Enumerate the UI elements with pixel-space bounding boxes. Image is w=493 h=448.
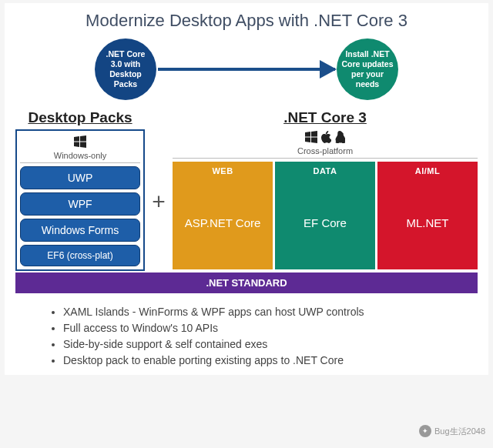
bullet-item: Desktop pack to enable porting existing … (63, 353, 478, 369)
netcore3-panel: Cross-platform WEB ASP.NET Core DATA EF … (173, 129, 478, 269)
card-ai-label: ML.NET (406, 176, 448, 269)
page-title: Modernize Desktop Apps with .NET Core 3 (15, 11, 478, 31)
flow-circle-left: .NET Core 3.0 with Desktop Packs (95, 38, 156, 100)
platform-label-right: Cross-platform (173, 129, 478, 159)
card-web: WEB ASP.NET Core (173, 162, 273, 269)
netcore3-column: .NET Core 3 Cross-platform WEB ASP.NET C… (173, 109, 478, 271)
card-web-header: WEB (212, 166, 233, 176)
workload-grid: WEB ASP.NET Core DATA EF Core AI/ML ML.N… (173, 162, 478, 269)
stack-item-ef6: EF6 (cross-plat) (20, 245, 140, 266)
flow-row: .NET Core 3.0 with Desktop Packs Install… (15, 38, 478, 100)
wechat-icon: ✦ (419, 425, 431, 437)
apple-icon (320, 131, 331, 143)
bullet-item: Full access to Window's 10 APIs (63, 320, 478, 336)
desktop-packs-heading: Desktop Packs (15, 109, 145, 126)
stack-item-wpf: WPF (20, 192, 140, 216)
bullet-item: XAML Islands - WinForms & WPF apps can h… (63, 304, 478, 320)
windows-icon (20, 135, 140, 149)
card-data: DATA EF Core (275, 162, 375, 269)
flow-circle-right: Install .NET Core updates per your needs (337, 38, 398, 100)
linux-icon (334, 131, 345, 143)
windows-icon (305, 131, 317, 143)
os-icons (173, 131, 478, 145)
arrow-icon (158, 68, 335, 71)
stack-item-winforms: Windows Forms (20, 219, 140, 242)
bullet-list: XAML Islands - WinForms & WPF apps can h… (49, 304, 478, 369)
desktop-packs-column: Desktop Packs Windows-only UWP WPF Windo… (15, 109, 145, 271)
platform-text-left: Windows-only (54, 151, 106, 160)
card-data-header: DATA (314, 166, 337, 176)
netcore3-heading: .NET Core 3 (173, 109, 478, 126)
platform-label-left: Windows-only (20, 134, 140, 163)
platform-text-right: Cross-platform (297, 146, 353, 155)
card-ai: AI/ML ML.NET (377, 162, 478, 269)
slide: Modernize Desktop Apps with .NET Core 3 … (5, 3, 488, 375)
card-ai-header: AI/ML (415, 166, 440, 176)
card-web-label: ASP.NET Core (185, 176, 261, 269)
desktop-packs-panel: Windows-only UWP WPF Windows Forms EF6 (… (15, 129, 145, 271)
stack-item-uwp: UWP (20, 166, 140, 189)
watermark: ✦ Bug生活2048 (419, 425, 485, 437)
net-standard-bar: .NET STANDARD (15, 272, 478, 293)
desktop-stack: UWP WPF Windows Forms EF6 (cross-plat) (20, 166, 140, 266)
watermark-text: Bug生活2048 (434, 426, 485, 437)
plus-icon: + (145, 109, 173, 271)
bullet-item: Side-by-side support & self contained ex… (63, 336, 478, 353)
card-data-label: EF Core (304, 176, 347, 269)
columns: Desktop Packs Windows-only UWP WPF Windo… (15, 109, 478, 271)
